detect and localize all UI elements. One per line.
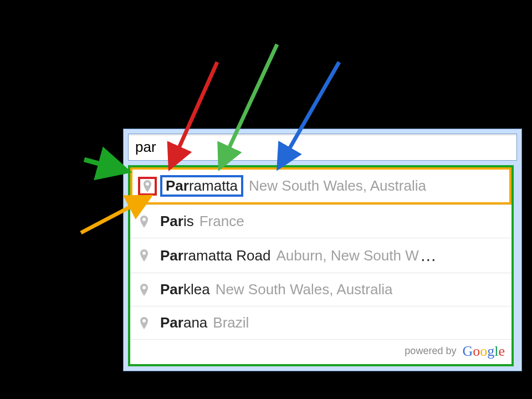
svg-point-1	[142, 218, 146, 221]
marker-icon	[138, 216, 150, 228]
marker-icon	[138, 177, 157, 196]
suggestion-item-1[interactable]: Paris France	[130, 204, 511, 238]
suggestion-dropdown: Parramatta New South Wales, Australia Pa…	[128, 165, 514, 366]
svg-point-0	[146, 182, 149, 186]
suggestion-main: Paris	[160, 213, 194, 230]
suggestion-secondary: France	[200, 213, 244, 230]
arrow-green	[84, 160, 125, 171]
dropdown-footer: powered by Google	[130, 339, 511, 364]
suggestion-main: Parklea	[160, 281, 210, 298]
svg-point-4	[142, 319, 146, 323]
suggestion-main: Parramatta	[160, 175, 243, 197]
suggestion-secondary: New South Wales, Australia	[249, 177, 426, 195]
powered-by-label: powered by	[405, 345, 456, 356]
svg-point-2	[142, 252, 146, 255]
suggestion-item-2[interactable]: Parramatta Road Auburn, New South W…	[130, 238, 511, 273]
svg-point-3	[142, 286, 146, 289]
marker-icon	[138, 284, 150, 296]
autocomplete-panel: Parramatta New South Wales, Australia Pa…	[123, 129, 522, 371]
search-input[interactable]	[135, 139, 510, 156]
suggestion-main: Parramatta Road	[160, 247, 270, 264]
marker-icon	[138, 249, 150, 262]
suggestion-main: Parana	[160, 314, 207, 331]
ellipsis-icon: …	[420, 246, 438, 265]
search-box[interactable]	[128, 134, 517, 161]
suggestion-secondary: Brazil	[213, 314, 249, 331]
google-logo: Google	[462, 343, 505, 360]
marker-icon	[138, 317, 150, 329]
suggestion-secondary: New South Wales, Australia	[216, 281, 393, 298]
suggestion-item-0[interactable]: Parramatta New South Wales, Australia	[130, 167, 511, 204]
suggestion-secondary: Auburn, New South W	[276, 247, 418, 264]
suggestion-item-4[interactable]: Parana Brazil	[130, 306, 511, 339]
suggestion-item-3[interactable]: Parklea New South Wales, Australia	[130, 273, 511, 306]
